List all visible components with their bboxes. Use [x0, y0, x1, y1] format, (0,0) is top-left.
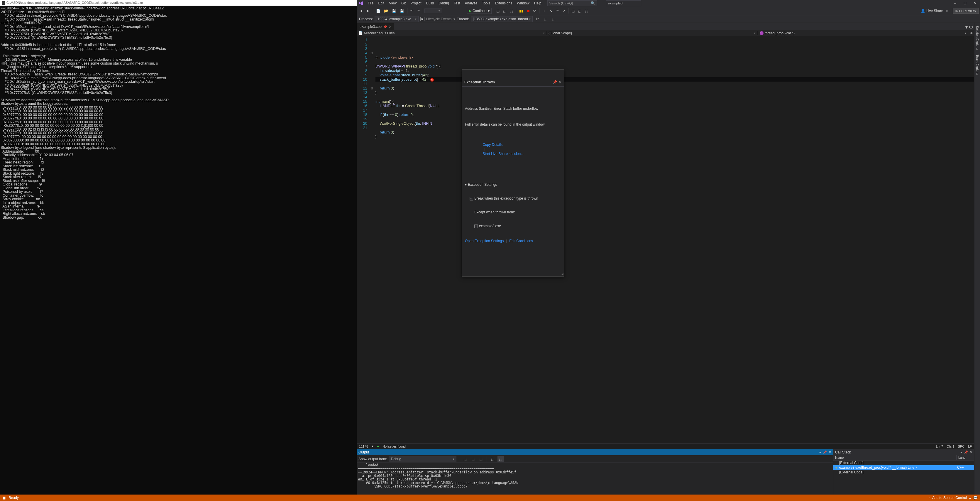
open-file-button[interactable]: 📂 [382, 8, 390, 14]
sidetab-team-explorer[interactable]: Team Explorer [975, 53, 980, 77]
callstack-pin-icon[interactable]: 📌 [964, 450, 968, 454]
menu-edit[interactable]: Edit [376, 0, 387, 6]
save-button[interactable]: 💾 [390, 8, 398, 14]
search-box[interactable]: Search (Ctrl+Q) 🔍 [547, 0, 597, 6]
step-over-button[interactable]: ↷ [554, 8, 560, 14]
output-panel: Output ▾ 📌 ✕ Show output from: Debug▾ [357, 449, 833, 495]
expand-icon[interactable]: ▾ [465, 183, 467, 187]
stop-button[interactable]: ◼ [525, 8, 531, 14]
callstack-close-icon[interactable]: ✕ [970, 450, 972, 454]
dbg-btn-3[interactable]: ⬚ [508, 8, 514, 14]
navbar-project[interactable]: 📄 Miscellaneous Files▾ [357, 31, 547, 35]
output-tb-1[interactable]: ⬚ [462, 456, 468, 462]
menu-window[interactable]: Window [514, 0, 532, 6]
stack-frame-btn1[interactable]: ⬚ [542, 16, 549, 22]
output-tb-4[interactable]: ⬚ [490, 456, 496, 462]
solution-dropdown[interactable]: example3 [606, 0, 641, 6]
undo-button[interactable]: ↶ [409, 8, 415, 14]
thread-dropdown[interactable]: [13508] example3.exe!asan_thread▾ [471, 16, 533, 22]
dbg-btn-2[interactable]: ⬚ [501, 8, 508, 14]
tab-example3[interactable]: example3.cpp 📌 ✕ [357, 23, 394, 30]
tab-close-icon[interactable]: ✕ [389, 25, 391, 29]
continue-button[interactable]: ▶ Continue ▾ [467, 8, 492, 14]
open-exception-settings-link[interactable]: Open Exception Settings [465, 239, 504, 243]
src-dropdown-icon[interactable]: ▴ [969, 496, 971, 500]
except-item-checkbox[interactable] [474, 225, 478, 228]
output-tb-3[interactable]: ⬚ [478, 456, 484, 462]
show-output-from-dropdown[interactable]: Debug▾ [389, 456, 457, 462]
output-close-icon[interactable]: ✕ [829, 450, 831, 454]
output-text[interactable]: loaded. ================================… [357, 463, 833, 495]
callstack-dropdown-icon[interactable]: ▾ [960, 450, 962, 454]
step-next-button[interactable]: → [541, 8, 547, 14]
feedback-button[interactable]: ☺ [943, 8, 950, 14]
popup-pin-icon[interactable]: 📌 [553, 80, 557, 85]
restart-button[interactable]: ⟳ [532, 8, 538, 14]
redo-button[interactable]: ↷ [415, 8, 421, 14]
dbg-misc-2[interactable]: ⬚ [577, 8, 583, 14]
new-file-button[interactable]: 📄 [375, 8, 382, 14]
callstack-col-lang[interactable]: Lang [956, 455, 974, 460]
step-out-button[interactable]: ↗ [561, 8, 567, 14]
callstack-row[interactable]: ➔example3.exe!thread_proc(void * __forma… [833, 465, 974, 470]
output-tb-2[interactable]: ⬚ [470, 456, 476, 462]
start-liveshare-link[interactable]: Start Live Share session... [482, 152, 523, 156]
stack-frame-btn2[interactable]: ⬚ [550, 16, 557, 22]
menu-tools[interactable]: Tools [480, 0, 493, 6]
flag-button[interactable]: 🏳 [535, 16, 541, 22]
output-dropdown-icon[interactable]: ▾ [819, 450, 821, 454]
zoom-level[interactable]: 111 % [359, 445, 368, 448]
copy-details-link[interactable]: Copy Details [482, 143, 503, 147]
output-wordwrap-button[interactable]: ⬚ [498, 456, 504, 462]
console-output[interactable]: ==19924==ERROR: AddressSanitizer: stack-… [0, 6, 357, 495]
zoom-dropdown-icon[interactable]: ▾ [372, 444, 374, 448]
config-dropdown[interactable]: ▾ [425, 8, 442, 13]
sidetab-solution-explorer[interactable]: Solution Explorer [975, 24, 980, 52]
dbg-misc-3[interactable]: ⬚ [584, 8, 590, 14]
menu-test[interactable]: Test [452, 0, 463, 6]
callstack-row[interactable]: [External Code] [833, 461, 974, 465]
break-checkbox[interactable] [469, 197, 473, 201]
callstack-row[interactable]: [External Code] [833, 470, 974, 475]
break-label: Break when this exception type is thrown [474, 196, 538, 201]
menu-file[interactable]: File [366, 0, 376, 6]
lifecycle-icon[interactable]: ▣ [420, 17, 425, 21]
callstack-col-name[interactable]: Name [833, 455, 956, 460]
menu-view[interactable]: View [387, 0, 399, 6]
liveshare-button[interactable]: 👤 Live Share [921, 9, 943, 13]
edit-conditions-link[interactable]: Edit Conditions [509, 239, 533, 243]
pause-button[interactable]: ▮▮ [518, 8, 525, 14]
minimize-button[interactable]: ─ [950, 0, 960, 6]
navbar-split-icon[interactable]: ✚ [968, 31, 974, 35]
menu-analyze[interactable]: Analyze [463, 0, 480, 6]
menu-extensions[interactable]: Extensions [493, 0, 514, 6]
maximize-button[interactable]: ☐ [960, 0, 970, 6]
output-pin-icon[interactable]: 📌 [823, 450, 827, 454]
menu-project[interactable]: Project [408, 0, 423, 6]
save-all-button[interactable]: 💾 [398, 8, 406, 14]
nav-back-button[interactable]: ◄ [358, 8, 364, 14]
pin-icon[interactable]: 📌 [383, 25, 387, 29]
resize-grip-icon[interactable]: ◢ [561, 271, 563, 276]
tab-settings-icon[interactable]: ⚙ [969, 24, 973, 30]
exception-settings-hdr: Exception Settings [468, 183, 497, 187]
tab-dropdown-icon[interactable]: ▾ [965, 24, 968, 30]
step-into-button[interactable]: ↘ [548, 8, 554, 14]
process-dropdown[interactable]: [19924] example3.exe▾ [375, 16, 418, 22]
menu-help[interactable]: Help [532, 0, 544, 6]
popup-close-icon[interactable]: ✕ [559, 80, 562, 85]
bottom-panels: Output ▾ 📌 ✕ Show output from: Debug▾ [357, 449, 974, 495]
menu-debug[interactable]: Debug [436, 0, 451, 6]
nav-fwd-button[interactable]: ► [365, 8, 371, 14]
menu-git[interactable]: Git [399, 0, 408, 6]
code-editor[interactable]: 123456789101112131415161718192021 ⊟ ⊟ #i… [357, 37, 974, 443]
menu-build[interactable]: Build [424, 0, 436, 6]
dbg-btn-1[interactable]: ⬚ [495, 8, 501, 14]
notification-icon[interactable]: 💬 [973, 496, 978, 500]
navbar-member[interactable]: 🟣 thread_proc(void *)▾ [758, 31, 968, 35]
liveshare-icon: 👤 [921, 9, 925, 13]
navbar-scope[interactable]: (Global Scope)▾ [547, 31, 757, 35]
dbg-misc-1[interactable]: ⬚ [570, 8, 576, 14]
close-button[interactable]: ✕ [970, 0, 980, 6]
add-source-control[interactable]: Add to Source Control [932, 496, 967, 500]
